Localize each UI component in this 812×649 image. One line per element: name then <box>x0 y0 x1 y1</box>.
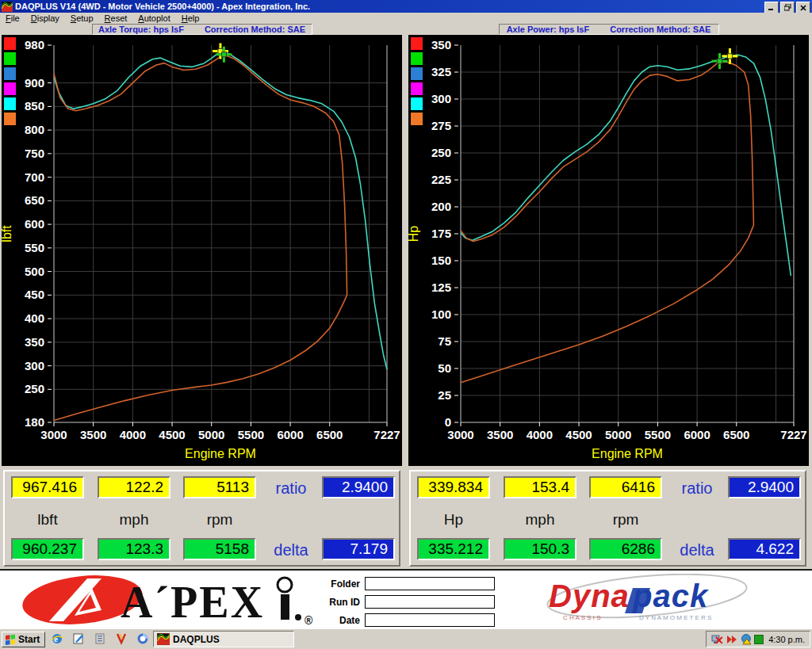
menu-display[interactable]: Display <box>25 13 65 23</box>
torque-plot[interactable]: 9809008508007507006506005505004504003503… <box>2 35 402 466</box>
runid-input[interactable] <box>365 595 495 609</box>
minimize-button[interactable] <box>764 2 779 13</box>
footer-strip: A´PEX ® Folder Run ID Date Dyna pack C H… <box>0 569 812 628</box>
ratio-value: 2.9400 <box>728 476 801 498</box>
daqplus-task-button[interactable]: DAQPLUS <box>153 631 294 647</box>
legend-swatch-5[interactable] <box>411 113 423 125</box>
ratio-label: ratio <box>265 479 317 498</box>
outlook-express-icon[interactable] <box>72 632 85 645</box>
torque-current-value: 960.237 <box>11 538 84 560</box>
x-tick-label: 5500 <box>645 428 671 441</box>
menu-setup[interactable]: Setup <box>65 13 99 23</box>
legend-swatch-5[interactable] <box>4 113 16 125</box>
x-tick-label: 6000 <box>684 428 710 441</box>
x-axis-title: Engine RPM <box>185 447 256 460</box>
power-readout-panel: 339.834 153.4 6416 ratio 2.9400 Hp mph r… <box>409 470 806 567</box>
y-tick-label: 100 <box>431 307 451 321</box>
quick-launch-bar: e <box>51 632 149 645</box>
messenger-icon[interactable] <box>136 632 149 645</box>
y-tick-label: 980 <box>25 38 44 52</box>
current-marker-center <box>718 59 722 63</box>
power-plot[interactable]: 3503253002752502252001751501251007550250… <box>408 35 809 466</box>
power-chart-header: Axle Power: hps IsF Correction Method: S… <box>499 24 719 35</box>
power-unit-label: Hp <box>417 511 490 529</box>
apexi-logo: A´PEX ® <box>19 572 336 628</box>
x-tick-label: 3500 <box>487 428 513 441</box>
menu-file[interactable]: File <box>0 13 25 23</box>
task-button-label: DAQPLUS <box>173 634 220 645</box>
x-tick-label: 6500 <box>316 428 343 441</box>
fast-forward-icon[interactable] <box>726 635 737 644</box>
media-app-icon[interactable] <box>115 632 128 645</box>
x-tick-label: 5000 <box>605 428 631 441</box>
chart-area: Axle Torque: hps IsF Correction Method: … <box>0 24 812 466</box>
y-tick-label: 275 <box>431 119 451 132</box>
network-disconnected-icon[interactable] <box>711 634 723 645</box>
menu-bar: FileDisplaySetupResetAutoplotHelp <box>0 13 812 24</box>
update-warning-icon[interactable] <box>741 634 752 645</box>
legend-swatch-4[interactable] <box>4 97 16 110</box>
y-tick-label: 700 <box>25 170 44 184</box>
ratio-value: 2.9400 <box>322 476 395 498</box>
date-input[interactable] <box>365 613 495 627</box>
legend-swatch-4[interactable] <box>411 97 423 110</box>
y-tick-label: 150 <box>431 254 451 267</box>
status-green-icon[interactable] <box>754 635 764 644</box>
y-tick-label: 0 <box>445 415 451 429</box>
y-tick-label: 325 <box>431 65 451 78</box>
title-bar: DAQPLUS V14 (4WD - Motor Vehicle 2500+40… <box>0 0 812 13</box>
folder-field-row: Folder <box>320 577 495 590</box>
readout-area: 967.416 122.2 5113 ratio 2.9400 lbft mph… <box>0 466 812 569</box>
current-marker-center <box>221 52 226 57</box>
legend-swatch-3[interactable] <box>4 82 16 95</box>
legend-swatch-0[interactable] <box>411 37 423 50</box>
legend-swatch-1[interactable] <box>411 52 423 65</box>
start-label: Start <box>18 634 40 645</box>
legend-swatch-0[interactable] <box>4 37 16 50</box>
x-tick-label: 6000 <box>277 428 303 441</box>
series-corrected-torque <box>54 52 387 370</box>
y-axis-title: lbft <box>2 225 13 242</box>
taskbar: Start e <box>0 628 812 649</box>
torque-max-rpm: 5113 <box>183 476 256 498</box>
date-label: Date <box>320 615 360 626</box>
menu-reset[interactable]: Reset <box>99 13 133 23</box>
delta-label: delta <box>671 541 723 559</box>
delta-label: delta <box>265 541 317 559</box>
y-tick-label: 450 <box>25 288 44 301</box>
y-tick-label: 750 <box>25 147 44 160</box>
x-tick-label: 5000 <box>198 428 224 441</box>
legend-swatch-1[interactable] <box>4 52 16 65</box>
folder-input[interactable] <box>365 577 495 590</box>
daqplus-app-icon[interactable] <box>2 2 13 12</box>
torque-current-mph: 123.3 <box>98 538 170 560</box>
close-button[interactable] <box>796 2 810 13</box>
start-button[interactable]: Start <box>2 632 45 647</box>
menu-autoplot[interactable]: Autoplot <box>132 13 175 23</box>
menu-help[interactable]: Help <box>176 13 205 23</box>
x-tick-label: 3500 <box>80 428 106 441</box>
legend-swatch-2[interactable] <box>4 67 16 80</box>
app-window: DAQPLUS V14 (4WD - Motor Vehicle 2500+40… <box>0 0 812 649</box>
legend-swatch-3[interactable] <box>411 82 423 95</box>
system-tray: 4:30 p.m. <box>706 631 810 647</box>
svg-text:e: e <box>54 634 58 643</box>
power-current-mph: 150.3 <box>504 538 576 560</box>
torque-current-rpm: 5158 <box>183 538 256 560</box>
x-tick-label: 4500 <box>159 428 185 441</box>
internet-explorer-icon[interactable]: e <box>51 632 63 645</box>
restore-button[interactable] <box>780 2 795 13</box>
y-tick-label: 650 <box>25 193 44 207</box>
max-marker-center <box>727 54 732 59</box>
window-title: DAQPLUS V14 (4WD - Motor Vehicle 2500+40… <box>15 2 310 11</box>
taskbar-clock[interactable]: 4:30 p.m. <box>768 635 805 644</box>
notes-document-icon[interactable] <box>94 632 106 645</box>
folder-label: Folder <box>320 578 360 590</box>
dynapack-word-dyna: Dyna <box>549 578 630 613</box>
legend-swatch-2[interactable] <box>411 67 423 80</box>
series-run-sweep <box>461 225 753 383</box>
y-tick-label: 75 <box>438 334 451 348</box>
x-tick-label: 3000 <box>447 428 473 441</box>
runid-label: Run ID <box>320 597 360 608</box>
y-tick-label: 50 <box>438 361 451 375</box>
